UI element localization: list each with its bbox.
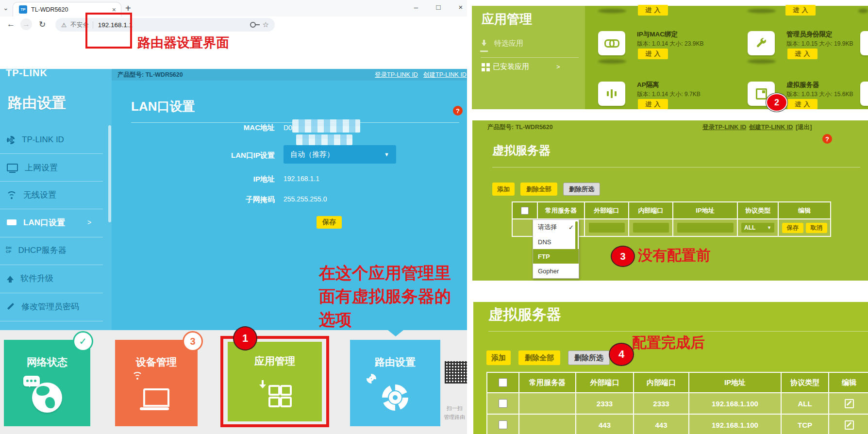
annotation-step-badge-4: 4 (609, 343, 634, 366)
edit-icon[interactable] (845, 399, 854, 408)
enter-button[interactable]: 进入 (638, 99, 668, 109)
window-maximize-button[interactable]: □ (433, 3, 444, 11)
tile-router-settings[interactable]: 路由设置 (350, 340, 440, 426)
sidebar-item-admin-password[interactable]: 修改管理员密码 (7, 300, 79, 313)
forward-icon[interactable]: → (20, 18, 32, 30)
row-checkbox[interactable] (499, 420, 507, 429)
logout-link[interactable]: [退出] (796, 123, 812, 132)
help-icon[interactable]: ? (453, 106, 463, 116)
edit-row-ip-cell (673, 219, 737, 236)
tile-network-status[interactable]: 网络状态 (4, 340, 90, 426)
row-checkbox[interactable] (499, 399, 507, 408)
add-button[interactable]: 添加 (486, 351, 511, 365)
sidebar-item-dhcp[interactable]: DHCP DHCP服务器 (6, 243, 67, 257)
back-icon[interactable]: ← (7, 19, 15, 29)
card-meta: 版本: 1.0.13 大小: 15.6KB (786, 90, 853, 99)
wifi-icon (7, 191, 17, 199)
enter-button[interactable]: 进入 (787, 49, 818, 59)
service-dropdown-popup: 请选择 ✓ DNS FTP Gopher (533, 219, 579, 279)
sidebar-item-internet[interactable]: 上网设置 (7, 161, 58, 174)
check-badge: ✓ (73, 331, 93, 351)
qr-caption-1: 扫一扫 (447, 405, 463, 412)
column-header: 编辑 (779, 202, 830, 218)
annotation-before-config: 没有配置前 (638, 246, 711, 266)
check-icon: ✓ (568, 224, 574, 231)
laptop-icon (143, 388, 169, 407)
monitor-icon (7, 164, 18, 171)
login-tplink-id-link[interactable]: 登录TP-LINK ID (375, 71, 418, 79)
reload-icon[interactable]: ↻ (39, 19, 46, 30)
window-close-button[interactable]: × (455, 3, 467, 11)
row-int-port: 2333 (634, 393, 688, 414)
gear-icon (382, 384, 408, 411)
card-meta: 版本: 1.0.14 大小: 9.7KB (637, 90, 701, 99)
grid-icon (482, 63, 485, 67)
sidebar-item-wireless[interactable]: 无线设置 (7, 188, 56, 201)
password-key-icon[interactable] (250, 22, 256, 28)
create-tplink-id-link[interactable]: 创建TP-LINK ID (749, 123, 793, 132)
menu-installed-apps[interactable]: 已安装应用 > (482, 62, 560, 71)
divider (0, 293, 103, 293)
sidebar-item-tplink-id[interactable]: TP-LINK ID (7, 133, 64, 147)
delete-selected-button[interactable]: 删除所选 (568, 351, 610, 365)
row-save-button[interactable]: 保存 (782, 223, 803, 233)
row-ip: 192.168.1.100 (689, 393, 781, 414)
sidebar-item-firmware[interactable]: 软件升级 (7, 271, 53, 285)
select-all-checkbox[interactable] (521, 207, 529, 215)
annotation-hint-line1: 在这个应用管理里 (319, 262, 451, 284)
enter-button[interactable]: 进入 (785, 5, 816, 16)
column-header: 外部端口 (585, 202, 628, 218)
row-cancel-button[interactable]: 取消 (806, 223, 827, 233)
bookmark-star-icon[interactable]: ☆ (263, 20, 269, 29)
column-header: IP地址 (689, 373, 781, 392)
divider (0, 321, 103, 321)
mask-label: 子网掩码 (160, 195, 275, 204)
gear-icon (7, 136, 15, 144)
annotation-hint-line2: 面有虚拟服务器的 (319, 285, 451, 308)
column-header: 常用服务器 (538, 202, 584, 218)
column-header: 编辑 (829, 373, 868, 392)
edit-icon[interactable] (845, 420, 854, 430)
ip-address-input[interactable] (677, 223, 734, 233)
sidebar-title: 路由设置 (8, 93, 66, 113)
protocol-select[interactable]: ALL ▼ (741, 223, 774, 233)
enter-button[interactable]: 进入 (638, 49, 668, 59)
help-icon[interactable]: ? (822, 134, 832, 144)
create-tplink-id-link[interactable]: 创建TP-LINK ID (423, 71, 467, 79)
enter-button[interactable]: 进入 (787, 99, 818, 109)
dropdown-option-gopher[interactable]: Gopher (533, 264, 579, 278)
column-header: 协议类型 (782, 373, 828, 392)
app-panel-title: 应用管理 (482, 11, 532, 28)
enter-button[interactable]: 进入 (638, 5, 668, 16)
row-service-cell (519, 393, 575, 414)
add-button[interactable]: 添加 (492, 183, 515, 196)
delete-all-button[interactable]: 删除全部 (518, 351, 560, 365)
mac-prefix: D0 (284, 124, 292, 132)
tile-device-management[interactable]: 设备管理 (115, 340, 198, 426)
qr-caption-2: 管理路由 (444, 414, 465, 421)
tab-title: TL-WDR5620 (31, 6, 110, 13)
annotation-box-url (85, 13, 132, 49)
dropdown-option-selected[interactable]: 请选择 ✓ (533, 220, 579, 234)
internal-port-input[interactable] (633, 223, 669, 233)
save-button[interactable]: 保存 (317, 216, 342, 229)
sidebar-item-lan[interactable]: LAN口设置 > (7, 216, 91, 229)
sidebar-scrollbar[interactable] (108, 125, 111, 222)
dropdown-option-dns[interactable]: DNS (533, 234, 579, 249)
edit-row-ext-cell (585, 219, 628, 236)
delete-selected-button[interactable]: 删除所选 (563, 183, 600, 196)
lan-ip-mode-select[interactable]: 自动（推荐） ▼ (284, 145, 396, 164)
row-edit-cell (829, 415, 868, 434)
dropdown-option-ftp[interactable]: FTP (533, 249, 579, 264)
wifi-icon (133, 372, 142, 379)
dropdown-scrollbar[interactable] (575, 221, 578, 250)
select-all-checkbox[interactable] (499, 378, 507, 387)
divider (0, 181, 103, 182)
lan-ip-mode-label: LAN口IP设置 (160, 151, 275, 160)
window-minimize-button[interactable]: – (410, 3, 422, 11)
login-tplink-id-link[interactable]: 登录TP-LINK ID (702, 123, 746, 132)
external-port-input[interactable] (589, 223, 625, 233)
menu-featured-apps[interactable]: 特选应用 (482, 39, 523, 48)
delete-all-button[interactable]: 删除全部 (520, 183, 557, 196)
tab-search-chevron-icon[interactable]: ⌄ (3, 4, 9, 12)
